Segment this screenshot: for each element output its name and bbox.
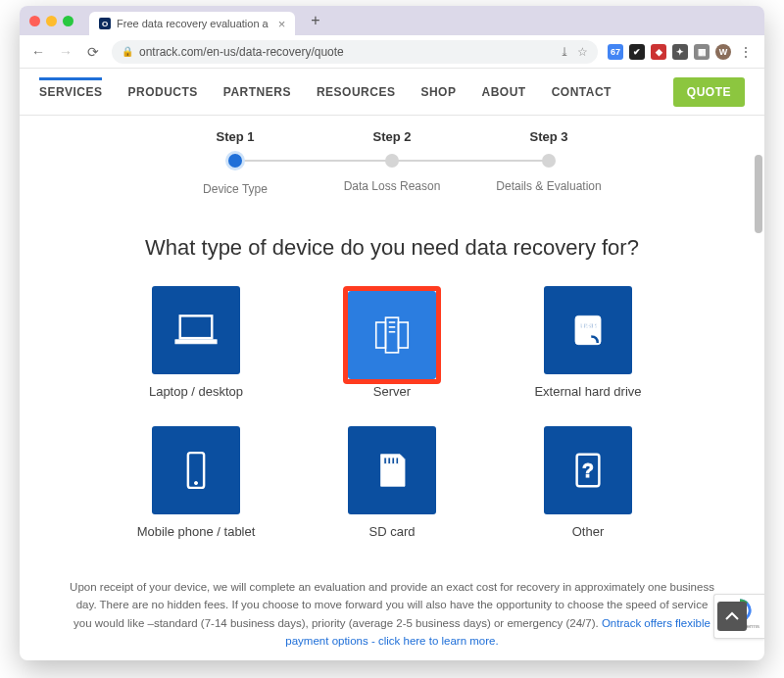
svg-rect-14	[392, 458, 394, 464]
nav-products[interactable]: PRODUCTS	[127, 79, 197, 105]
step-title: Step 2	[314, 129, 470, 144]
titlebar: O Free data recovery evaluation a × +	[20, 6, 764, 35]
device-label: Other	[514, 524, 662, 539]
addr-actions: ⤓ ☆	[560, 45, 588, 59]
step-title: Step 1	[157, 129, 314, 144]
scrollbar[interactable]	[755, 155, 762, 233]
stepper: Step 1 Device Type Step 2 Data Loss Reas…	[157, 129, 627, 196]
device-card-mobile[interactable]: Mobile phone / tablet	[122, 426, 270, 539]
device-label: Server	[318, 384, 466, 399]
browser-tab[interactable]: O Free data recovery evaluation a ×	[89, 12, 295, 35]
question-heading: What type of device do you need data rec…	[59, 235, 725, 261]
star-icon[interactable]: ☆	[577, 45, 588, 59]
svg-rect-12	[384, 458, 386, 464]
nav-resources[interactable]: RESOURCES	[317, 79, 396, 105]
step-label: Device Type	[157, 182, 314, 196]
step-dot-icon	[385, 154, 399, 168]
url-text: ontrack.com/en-us/data-recovery/quote	[139, 45, 344, 59]
extension-icon[interactable]: ▦	[694, 44, 710, 60]
device-label: SD card	[318, 524, 466, 539]
tab-title: Free data recovery evaluation a	[117, 18, 269, 29]
device-label: External hard drive	[514, 384, 662, 399]
sd-card-icon	[348, 426, 436, 514]
svg-text:?: ?	[582, 460, 594, 481]
step-1[interactable]: Step 1 Device Type	[157, 129, 314, 196]
close-window-icon[interactable]	[29, 16, 40, 26]
step-dot-icon	[225, 151, 245, 170]
site-nav: SERVICES PRODUCTS PARTNERS RESOURCES SHO…	[20, 69, 764, 116]
server-icon	[348, 291, 436, 379]
new-tab-button[interactable]: +	[311, 12, 319, 29]
svg-rect-1	[175, 340, 217, 344]
quote-button[interactable]: QUOTE	[673, 77, 745, 107]
install-icon[interactable]: ⤓	[560, 45, 569, 59]
mobile-icon	[152, 426, 240, 514]
svg-rect-0	[180, 315, 213, 338]
laptop-icon	[152, 286, 240, 374]
device-card-sd-card[interactable]: SD card	[318, 426, 466, 539]
extension-icon[interactable]: ◆	[651, 44, 666, 60]
maximize-window-icon[interactable]	[63, 16, 74, 26]
device-card-server[interactable]: Server	[318, 286, 466, 399]
step-connector	[237, 160, 392, 162]
lock-icon: 🔒	[122, 46, 133, 57]
device-card-other[interactable]: ? Other	[514, 426, 662, 539]
external-drive-icon: USB	[544, 286, 632, 374]
chevron-up-icon	[724, 608, 740, 624]
tab-close-icon[interactable]: ×	[278, 17, 286, 31]
step-2[interactable]: Step 2 Data Loss Reason	[314, 129, 470, 196]
reload-button[interactable]: ⟳	[84, 44, 102, 60]
address-bar[interactable]: 🔒 ontrack.com/en-us/data-recovery/quote …	[112, 40, 598, 64]
svg-rect-13	[388, 458, 390, 464]
browser-toolbar: ← → ⟳ 🔒 ontrack.com/en-us/data-recovery/…	[20, 35, 764, 69]
nav-contact[interactable]: CONTACT	[552, 79, 612, 105]
favicon-icon: O	[99, 18, 111, 29]
browser-window: O Free data recovery evaluation a × + ← …	[20, 6, 764, 660]
svg-rect-15	[396, 458, 398, 464]
step-title: Step 3	[470, 129, 627, 144]
step-dot-icon	[542, 154, 556, 168]
svg-text:USB: USB	[580, 321, 597, 330]
nav-partners[interactable]: PARTNERS	[223, 79, 291, 105]
extensions: 67 ✔ ◆ ✦ ▦ W ⋮	[608, 44, 755, 60]
profile-avatar[interactable]: W	[715, 44, 731, 60]
forward-button[interactable]: →	[57, 44, 74, 60]
nav-about[interactable]: ABOUT	[481, 79, 525, 105]
nav-services[interactable]: SERVICES	[39, 77, 102, 105]
back-button[interactable]: ←	[29, 44, 47, 60]
minimize-window-icon[interactable]	[46, 16, 57, 26]
question-icon: ?	[544, 426, 632, 514]
device-card-laptop[interactable]: Laptop / desktop	[122, 286, 270, 399]
svg-point-11	[194, 481, 197, 484]
device-grid: Laptop / desktop Server	[59, 286, 725, 539]
nav-shop[interactable]: SHOP	[420, 79, 456, 105]
menu-icon[interactable]: ⋮	[737, 44, 755, 60]
svg-rect-3	[376, 322, 386, 348]
fineprint: Upon receipt of your device, we will com…	[59, 578, 725, 651]
device-label: Laptop / desktop	[122, 384, 270, 399]
device-card-external-drive[interactable]: USB External hard drive	[514, 286, 662, 399]
device-label: Mobile phone / tablet	[122, 524, 270, 539]
step-3[interactable]: Step 3 Details & Evaluation	[470, 129, 627, 196]
extension-icon[interactable]: ✔	[629, 44, 645, 60]
back-to-top-button[interactable]	[717, 602, 747, 631]
page-content: Step 1 Device Type Step 2 Data Loss Reas…	[20, 116, 764, 660]
step-connector	[392, 160, 547, 162]
extensions-menu-icon[interactable]: ✦	[672, 44, 688, 60]
step-label: Data Loss Reason	[314, 179, 470, 193]
extension-icon[interactable]: 67	[608, 44, 623, 60]
svg-rect-4	[399, 322, 409, 348]
step-label: Details & Evaluation	[470, 179, 627, 193]
